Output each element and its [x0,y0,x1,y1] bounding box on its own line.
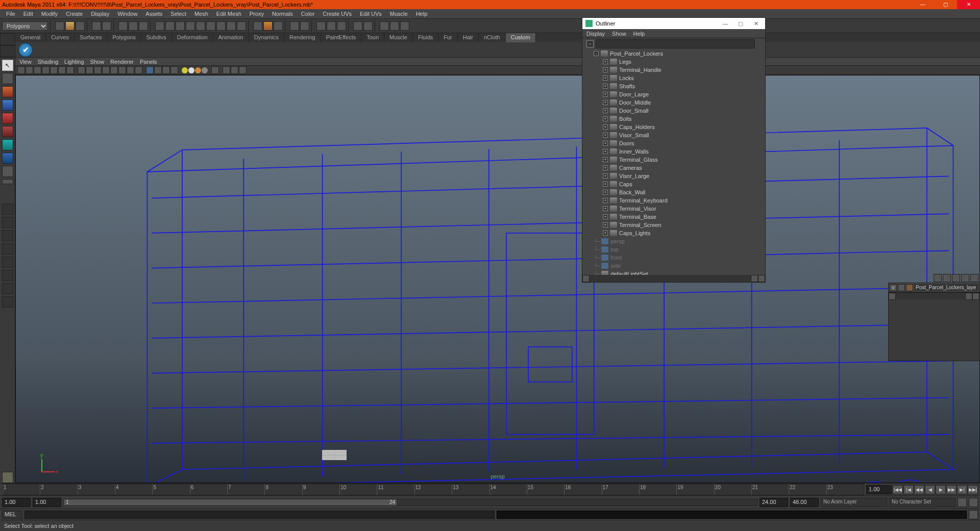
layer-name[interactable]: Post_Parcel_Lockers_laye [914,284,978,291]
playback-button-3[interactable]: ◀ [925,485,935,494]
expand-icon[interactable]: + [603,100,608,105]
menu-file[interactable]: File [2,10,19,18]
shelf-tab-general[interactable]: General [15,33,46,42]
render-icon[interactable] [316,21,326,31]
layer-icon-2[interactable] [943,274,951,282]
expand-icon[interactable]: + [603,231,608,236]
outliner-node[interactable]: +Terminal_Base [582,213,765,221]
expand-icon[interactable]: + [603,190,608,195]
expand-icon[interactable]: + [603,141,608,146]
move-tool[interactable] [2,99,13,111]
panel-bookmark-icon[interactable] [26,66,33,74]
outliner-node[interactable]: +Caps_Lights [582,229,765,237]
panel-dot-grey-icon[interactable] [202,67,208,73]
panel-select-camera-icon[interactable] [17,66,25,74]
shelf-tab-fur[interactable]: Fur [438,33,458,42]
outliner-node[interactable]: └─defaultLightSet [582,270,765,275]
expand-icon[interactable]: + [603,133,608,138]
outliner-node[interactable]: └─front [582,254,765,262]
menu-help[interactable]: Help [412,10,432,18]
outliner-node[interactable]: -Post_Parcel_Lockers [582,49,765,58]
mask-icon-1[interactable] [155,21,164,31]
outliner-node[interactable]: +Doors [582,139,765,147]
save-scene-icon[interactable] [76,21,85,31]
shelf-tab-muscle[interactable]: Muscle [384,33,413,42]
mask-icon-6[interactable] [206,21,215,31]
shelf-tab-dynamics[interactable]: Dynamics [249,33,284,42]
menu-edit-uvs[interactable]: Edit UVs [356,10,386,18]
outliner-node[interactable]: +Door_Middle [582,98,765,107]
layout-two-h-icon[interactable] [2,230,13,241]
panel-menu-renderer[interactable]: Renderer [110,59,134,65]
prefs-icon[interactable] [969,498,978,507]
outliner-node[interactable]: +Terminal_Visor [582,205,765,213]
range-bar[interactable] [64,499,397,505]
outliner-node[interactable]: +Inner_Walls [582,147,765,156]
shelf-tab-subdivs[interactable]: Subdivs [141,33,172,42]
range-track[interactable]: 1 24 [63,499,757,506]
playback-button-6[interactable]: ▶| [957,485,967,494]
menu-modify[interactable]: Modify [37,10,62,18]
time-ruler[interactable]: 123456789101112131415161718192021222324 [2,484,864,495]
shelf-tab-rendering[interactable]: Rendering [284,33,321,42]
menu-window[interactable]: Window [113,10,141,18]
script-editor-icon[interactable] [969,510,978,519]
menu-color[interactable]: Color [297,10,318,18]
snap-curve-icon[interactable] [263,21,273,31]
rotate-tool[interactable] [2,113,13,124]
outliner-menu-show[interactable]: Show [612,31,626,37]
outliner-node[interactable]: +Legs [582,58,765,66]
outliner-node[interactable]: └─persp [582,237,765,245]
expand-icon[interactable]: + [603,157,608,162]
layer-color-swatch[interactable] [906,284,913,291]
expand-icon[interactable]: + [603,222,608,227]
range-end-field[interactable]: 48.00 [790,498,819,507]
script-language-select[interactable]: MEL [2,511,22,519]
expand-icon[interactable]: + [603,165,608,170]
layer-icon-1[interactable] [934,274,942,282]
current-time-field[interactable]: 1.00 [866,485,892,494]
panel-misc-icon-2[interactable] [231,66,238,74]
select-component-icon[interactable] [139,21,148,31]
expand-icon[interactable]: + [603,214,608,219]
undo-icon[interactable] [92,21,101,31]
expand-icon[interactable]: + [603,67,608,72]
mask-icon-8[interactable] [227,21,236,31]
mask-icon-7[interactable] [216,21,226,31]
expand-icon[interactable]: + [603,59,608,64]
outliner-collapse-icon[interactable]: − [586,40,594,47]
maximize-button[interactable]: ▢ [934,0,957,9]
panel-hq-icon[interactable] [135,66,142,74]
outliner-node[interactable]: +Back_Wall [582,188,765,196]
layer-icon-4[interactable] [961,274,969,282]
menu-proxy[interactable]: Proxy [246,10,268,18]
shelf-tab-polygons[interactable]: Polygons [107,33,141,42]
outliner-menu-display[interactable]: Display [586,31,605,37]
outliner-minimize-button[interactable]: — [719,20,731,27]
layout-four-icon[interactable] [2,217,13,228]
panel-layout-icon-2[interactable] [363,21,373,31]
panel-menu-panels[interactable]: Panels [140,59,157,65]
expand-icon[interactable]: + [603,84,608,89]
outliner-node[interactable]: └─top [582,245,765,254]
outliner-titlebar[interactable]: Outliner — ▢ ✕ [582,18,765,29]
menu-edit-mesh[interactable]: Edit Mesh [212,10,246,18]
last-tool[interactable] [2,179,13,184]
outliner-search-input[interactable] [596,39,755,48]
expand-icon[interactable]: - [594,51,599,56]
snap-point-icon[interactable] [274,21,283,31]
command-input[interactable] [24,511,495,519]
outliner-node[interactable]: +Shafts [582,82,765,90]
soft-mod-tool[interactable] [2,153,13,164]
playback-button-0[interactable]: |◀◀ [893,485,903,494]
playback-button-2[interactable]: ◀◀ [914,485,924,494]
shelf-tab-toon[interactable]: Toon [361,33,384,42]
layout-three-icon[interactable] [2,257,13,268]
attribute-editor-icon[interactable] [380,21,389,31]
panel-light-icon[interactable] [102,66,110,74]
history-toggle-icon[interactable] [300,21,309,31]
panel-misc-icon-1[interactable] [223,66,230,74]
panel-gate-mask-icon[interactable] [66,66,74,74]
redo-icon[interactable] [102,21,111,31]
select-hierarchy-icon[interactable] [118,21,128,31]
